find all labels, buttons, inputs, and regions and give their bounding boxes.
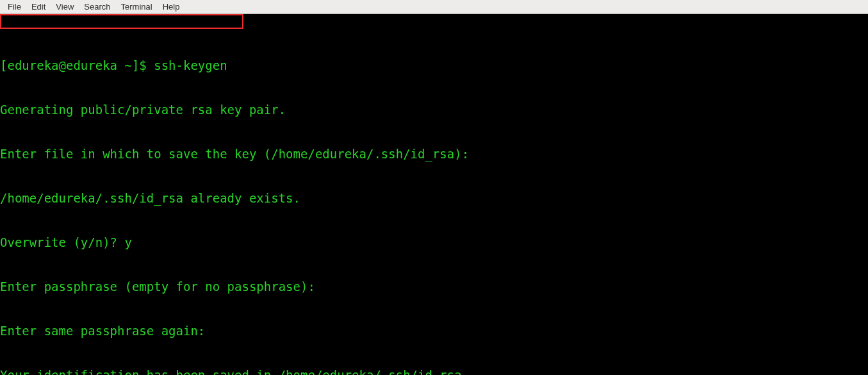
highlight-box bbox=[0, 14, 243, 29]
menu-edit[interactable]: Edit bbox=[26, 1, 51, 13]
output-line: Enter file in which to save the key (/ho… bbox=[0, 147, 868, 162]
prompt-line-1: [edureka@edureka ~]$ ssh-keygen bbox=[0, 58, 868, 73]
terminal-area[interactable]: [edureka@edureka ~]$ ssh-keygen Generati… bbox=[0, 14, 868, 375]
menu-terminal[interactable]: Terminal bbox=[116, 1, 158, 13]
menu-file[interactable]: File bbox=[3, 1, 26, 13]
output-line: Generating public/private rsa key pair. bbox=[0, 103, 868, 117]
output-line: Your identification has been saved in /h… bbox=[0, 368, 868, 375]
output-line: Enter same passphrase again: bbox=[0, 324, 868, 338]
command-text-1: ssh-keygen bbox=[154, 58, 227, 72]
output-line: Overwrite (y/n)? y bbox=[0, 235, 868, 250]
menu-help[interactable]: Help bbox=[158, 1, 185, 13]
output-line: Enter passphrase (empty for no passphras… bbox=[0, 279, 868, 294]
menu-search[interactable]: Search bbox=[79, 1, 115, 13]
output-line: /home/edureka/.ssh/id_rsa already exists… bbox=[0, 191, 868, 206]
menu-view[interactable]: View bbox=[51, 1, 79, 13]
menubar: File Edit View Search Terminal Help bbox=[0, 0, 868, 14]
prompt-text-1: [edureka@edureka ~]$ bbox=[0, 58, 154, 72]
